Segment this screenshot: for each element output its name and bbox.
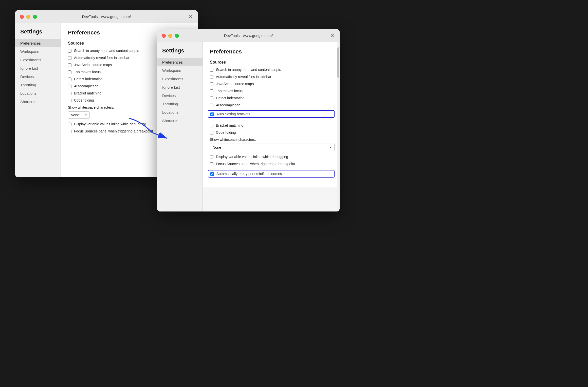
checkbox-anon-label-2: Search in anonymous and content scripts [216, 68, 281, 72]
content-2: Preferences Sources Search in anonymous … [203, 42, 340, 187]
checkbox-autocomplete-2: Autocompletion [210, 103, 335, 107]
sidebar-item-ignorelist-2[interactable]: Ignore List [157, 83, 203, 91]
window-body-2: Settings Preferences Workspace Experimen… [157, 42, 340, 211]
scrollbar-thumb-2[interactable] [337, 47, 339, 78]
sidebar-item-experiments-1[interactable]: Experiments [15, 56, 61, 64]
sidebar-item-workspace-1[interactable]: Workspace [15, 47, 61, 56]
sidebar-item-throttling-1[interactable]: Throttling [15, 81, 61, 89]
sidebar-item-devices-2[interactable]: Devices [157, 91, 203, 100]
checkbox-reveal-2: Automatically reveal files in sidebar [210, 75, 335, 79]
close-button-1[interactable] [20, 15, 24, 19]
minimize-button-1[interactable] [26, 15, 30, 19]
checkbox-autocomplete-input-2[interactable] [210, 104, 213, 107]
section-title-2: Sources [210, 60, 335, 65]
checkbox-focussources-input-2[interactable] [210, 162, 213, 166]
sidebar-item-locations-1[interactable]: Locations [15, 89, 61, 98]
sidebar-item-workspace-2[interactable]: Workspace [157, 66, 203, 75]
checkbox-tabfocus-input-2[interactable] [210, 89, 213, 93]
checkbox-bracket-input-2[interactable] [210, 124, 213, 127]
maximize-button-2[interactable] [175, 34, 179, 38]
checkbox-autoclosing-input-2[interactable] [210, 112, 214, 116]
checkbox-autocomplete-label-1: Autocompletion [74, 84, 99, 88]
checkbox-tabfocus-input-1[interactable] [68, 70, 71, 74]
checkbox-anon-2: Search in anonymous and content scripts [210, 68, 335, 72]
checkbox-prettyprint-2: Automatically pretty print minified sour… [208, 170, 335, 178]
checkbox-focussources-label-2: Focus Sources panel when triggering a br… [216, 162, 295, 166]
checkbox-reveal-label-2: Automatically reveal files in sidebar [216, 75, 271, 79]
checkbox-reveal-input-2[interactable] [210, 75, 213, 79]
window-title-2: DevTools - www.google.com/ [224, 33, 273, 38]
checkbox-autoclosing-label-2: Auto closing brackets [216, 112, 250, 116]
checkbox-autoclosing-2: Auto closing brackets [208, 110, 335, 118]
checkbox-detect-input-1[interactable] [68, 78, 71, 81]
minimize-button-2[interactable] [168, 34, 172, 38]
checkbox-tabfocus-label-2: Tab moves focus [216, 89, 243, 93]
settings-close-1[interactable]: ✕ [188, 14, 193, 20]
checkbox-focussources-2: Focus Sources panel when triggering a br… [210, 162, 335, 166]
titlebar-2: DevTools - www.google.com/ ✕ [157, 29, 340, 42]
whitespace-select-container-2: None All Trailing [210, 144, 335, 151]
checkbox-focussources-input-1[interactable] [68, 130, 71, 133]
whitespace-select-2[interactable]: None All Trailing [210, 144, 335, 151]
titlebar-1: DevTools - www.google.com/ ✕ [15, 10, 198, 23]
sidebar-item-locations-2[interactable]: Locations [157, 108, 203, 117]
checkbox-jsmaps-input-1[interactable] [68, 63, 71, 67]
scrollbar-track-2[interactable] [337, 42, 340, 211]
sidebar-1: Settings Preferences Workspace Experimen… [15, 23, 61, 177]
checkbox-varvalues-input-2[interactable] [210, 155, 213, 159]
window-controls-1 [20, 15, 37, 19]
checkbox-anon-input-1[interactable] [68, 49, 71, 53]
checkbox-bracket-label-2: Bracket matching [216, 123, 243, 127]
checkbox-reveal-input-1[interactable] [68, 56, 71, 60]
checkbox-detect-2: Detect indentation [210, 96, 335, 100]
checkbox-fold-label-2: Code folding [216, 130, 236, 134]
checkbox-varvalues-input-1[interactable] [68, 123, 71, 126]
whitespace-select-1[interactable]: None All Trailing [68, 111, 90, 119]
window-title-1: DevTools - www.google.com/ [82, 14, 131, 19]
checkbox-fold-input-2[interactable] [210, 131, 213, 134]
content-wrapper-2: Preferences Sources Search in anonymous … [203, 42, 340, 211]
checkbox-jsmaps-input-2[interactable] [210, 82, 213, 86]
checkbox-anon-label-1: Search in anonymous and content scripts [74, 49, 139, 53]
checkbox-anon-input-2[interactable] [210, 68, 213, 72]
window-2: DevTools - www.google.com/ ✕ Settings Pr… [157, 29, 340, 211]
checkbox-detect-input-2[interactable] [210, 96, 213, 100]
checkbox-varvalues-label-1: Display variable values inline while deb… [74, 122, 146, 126]
window-controls-2 [162, 34, 179, 38]
maximize-button-1[interactable] [33, 15, 37, 19]
checkbox-tabfocus-label-1: Tab moves focus [74, 70, 101, 74]
sidebar-item-preferences-2[interactable]: Preferences [157, 58, 203, 66]
checkbox-prettyprint-label-2: Automatically pretty print minified sour… [216, 172, 282, 176]
checkbox-autocomplete-input-1[interactable] [68, 85, 71, 88]
checkbox-bracket-2: Bracket matching [210, 123, 335, 127]
sidebar-item-devices-1[interactable]: Devices [15, 72, 61, 81]
sidebar-item-experiments-2[interactable]: Experiments [157, 75, 203, 83]
checkbox-fold-2: Code folding [210, 130, 335, 134]
checkbox-autocomplete-label-2: Autocompletion [216, 103, 241, 107]
sidebar-item-ignorelist-1[interactable]: Ignore List [15, 64, 61, 72]
checkbox-jsmaps-label-1: JavaScript source maps [74, 63, 112, 67]
sidebar-item-shortcuts-2[interactable]: Shortcuts [157, 117, 203, 125]
whitespace-label-2: Show whitespace characters: [210, 138, 335, 142]
checkbox-jsmaps-label-2: JavaScript source maps [216, 82, 254, 86]
checkbox-detect-label-2: Detect indentation [216, 96, 245, 100]
checkbox-bracket-label-1: Bracket matching [74, 91, 101, 95]
checkbox-varvalues-label-2: Display variable values inline while deb… [216, 155, 288, 159]
checkbox-prettyprint-input-2[interactable] [210, 172, 214, 176]
checkbox-tabfocus-2: Tab moves focus [210, 89, 335, 93]
checkbox-fold-input-1[interactable] [68, 99, 71, 102]
checkbox-detect-label-1: Detect indentation [74, 77, 103, 81]
close-button-2[interactable] [162, 34, 166, 38]
sidebar-item-preferences-1[interactable]: Preferences [15, 39, 61, 47]
sidebar-item-throttling-2[interactable]: Throttling [157, 100, 203, 108]
sidebar-item-shortcuts-1[interactable]: Shortcuts [15, 98, 61, 106]
sidebar-heading-1: Settings [15, 28, 61, 39]
checkbox-focussources-label-1: Focus Sources panel when triggering a br… [74, 129, 153, 133]
checkbox-fold-label-1: Code folding [74, 98, 94, 102]
content-title-2: Preferences [210, 48, 335, 55]
checkbox-varvalues-2: Display variable values inline while deb… [210, 155, 335, 159]
settings-close-2[interactable]: ✕ [329, 33, 335, 38]
sidebar-heading-2: Settings [157, 47, 203, 58]
checkbox-bracket-input-1[interactable] [68, 92, 71, 95]
checkbox-reveal-label-1: Automatically reveal files in sidebar [74, 56, 130, 60]
